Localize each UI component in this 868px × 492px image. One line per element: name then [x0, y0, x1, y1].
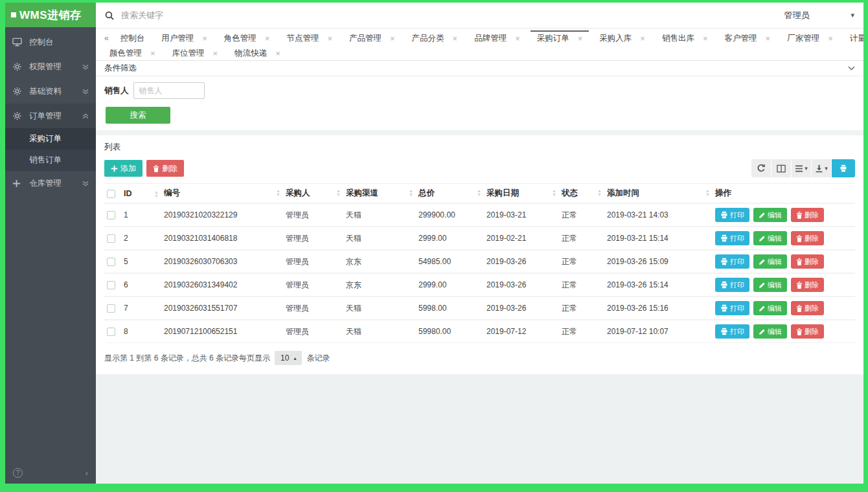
export-dropdown-button[interactable]: ▾ — [812, 159, 832, 177]
user-caret-icon[interactable]: ▾ — [851, 11, 854, 19]
tab-close-icon[interactable]: × — [213, 49, 218, 58]
tab-item[interactable]: 产品分类× — [405, 30, 464, 45]
row-delete-button[interactable]: 删除 — [791, 231, 824, 245]
row-print-button[interactable]: 打印 — [715, 231, 749, 245]
tab-item[interactable]: 颜色管理× — [103, 45, 162, 60]
tab-close-icon[interactable]: × — [265, 34, 270, 43]
tab-item[interactable]: 品牌管理× — [468, 30, 527, 45]
tab-close-icon[interactable]: × — [327, 34, 332, 43]
row-delete-button[interactable]: 删除 — [791, 301, 824, 315]
row-print-button[interactable]: 打印 — [715, 208, 749, 222]
user-menu[interactable]: 管理员 — [784, 10, 809, 21]
tab-item[interactable]: 用户管理× — [155, 30, 214, 45]
row-delete-button[interactable]: 删除 — [791, 324, 824, 339]
tab-item[interactable]: 计量单位× — [843, 30, 863, 45]
tab-item[interactable]: 控制台 — [114, 30, 152, 45]
row-checkbox[interactable] — [107, 328, 115, 336]
tabs-scroll-left-icon[interactable]: « — [101, 34, 112, 43]
sort-icon[interactable]: ▲▼ — [154, 190, 159, 198]
tab-close-icon[interactable]: × — [578, 34, 583, 43]
row-print-button[interactable]: 打印 — [715, 324, 749, 339]
sort-icon[interactable]: ▲▼ — [336, 189, 341, 197]
column-header[interactable]: 采购人▲▼ — [283, 184, 343, 204]
filter-collapse-chevron-icon[interactable] — [848, 66, 855, 71]
column-header[interactable]: 添加时间▲▼ — [604, 184, 713, 204]
column-header[interactable]: 状态▲▼ — [559, 184, 604, 204]
tab-close-icon[interactable]: × — [703, 34, 708, 43]
tab-item[interactable]: 客户管理× — [718, 30, 777, 45]
tab-close-icon[interactable]: × — [766, 34, 771, 43]
column-header[interactable]: 采购日期▲▼ — [484, 184, 559, 204]
filter-search-button[interactable]: 搜索 — [106, 107, 170, 124]
row-edit-button[interactable]: 编辑 — [753, 208, 787, 222]
row-print-button[interactable]: 打印 — [715, 278, 749, 292]
sort-icon[interactable]: ▲▼ — [276, 189, 280, 197]
page-size-select[interactable]: 10 ▴ — [275, 351, 302, 365]
tab-close-icon[interactable]: × — [390, 34, 395, 43]
tab-item[interactable]: 厂家管理× — [781, 30, 839, 45]
row-edit-button[interactable]: 编辑 — [753, 301, 787, 315]
row-delete-button[interactable]: 删除 — [791, 278, 824, 292]
row-print-button[interactable]: 打印 — [715, 301, 749, 315]
tab-item[interactable]: 采购订单× — [531, 30, 589, 45]
column-header[interactable]: 总价▲▼ — [416, 184, 484, 204]
sidebar-item-1[interactable]: 控制台 — [5, 30, 96, 54]
column-header[interactable]: 采购渠道▲▼ — [343, 184, 416, 204]
sort-icon[interactable]: ▲▼ — [477, 189, 481, 197]
toggle-view-button[interactable] — [771, 159, 792, 177]
tab-item[interactable]: 角色管理× — [218, 30, 277, 45]
row-delete-button[interactable]: 删除 — [791, 254, 824, 269]
refresh-button[interactable] — [751, 159, 771, 177]
tab-close-icon[interactable]: × — [640, 34, 645, 43]
tab-item[interactable]: 采购入库× — [593, 30, 652, 45]
row-checkbox[interactable] — [107, 258, 115, 266]
sort-icon[interactable]: ▲▼ — [409, 189, 413, 197]
sidebar-collapse-icon[interactable]: ‹ — [86, 468, 88, 478]
search-icon — [105, 11, 114, 20]
tab-close-icon[interactable]: × — [275, 49, 280, 58]
row-delete-button[interactable]: 删除 — [791, 208, 824, 222]
seller-input[interactable] — [133, 82, 205, 99]
tab-item[interactable]: 节点管理× — [280, 30, 339, 45]
select-all-checkbox[interactable] — [107, 190, 115, 198]
print-table-button[interactable] — [832, 159, 855, 177]
row-edit-button[interactable]: 编辑 — [753, 324, 787, 339]
sort-icon[interactable]: ▲▼ — [705, 189, 710, 197]
row-edit-button[interactable]: 编辑 — [753, 231, 787, 245]
sidebar-subitem[interactable]: 销售订单 — [5, 150, 96, 171]
columns-dropdown-button[interactable]: ▾ — [792, 159, 812, 177]
row-edit-button[interactable]: 编辑 — [753, 254, 787, 269]
delete-button[interactable]: 删除 — [146, 160, 184, 177]
sidebar-item-4[interactable]: 订单管理 — [5, 104, 96, 128]
sidebar-item-5[interactable]: 仓库管理 — [5, 171, 96, 196]
sidebar-item-2[interactable]: 权限管理 — [5, 54, 96, 79]
tab-label: 颜色管理 — [109, 48, 142, 59]
printer-icon — [720, 328, 728, 335]
sidebar-subitem[interactable]: 采购订单 — [5, 128, 96, 150]
sidebar-item-3[interactable]: 基础资料 — [5, 79, 96, 104]
global-search-input[interactable] — [121, 10, 328, 20]
row-edit-button[interactable]: 编辑 — [753, 278, 787, 292]
column-header[interactable]: 编号▲▼ — [161, 184, 283, 204]
tab-close-icon[interactable]: × — [515, 34, 520, 43]
help-icon[interactable]: ? — [13, 468, 23, 478]
tab-item[interactable]: 产品管理× — [343, 30, 402, 45]
row-checkbox[interactable] — [107, 281, 115, 289]
row-checkbox[interactable] — [107, 234, 115, 243]
tab-close-icon[interactable]: × — [202, 34, 207, 43]
row-checkbox[interactable] — [107, 211, 115, 219]
sort-icon[interactable]: ▲▼ — [552, 189, 556, 197]
tab-close-icon[interactable]: × — [453, 34, 458, 43]
cell-code: 20190326031349402 — [161, 273, 283, 296]
row-print-button[interactable]: 打印 — [715, 254, 749, 269]
tab-item[interactable]: 物流快递× — [228, 45, 287, 60]
sort-icon[interactable]: ▲▼ — [597, 189, 602, 197]
tab-close-icon[interactable]: × — [828, 34, 833, 43]
row-checkbox[interactable] — [107, 304, 115, 313]
column-header[interactable]: ID▲▼ — [121, 184, 161, 204]
tab-close-icon[interactable]: × — [150, 49, 155, 58]
tab-item[interactable]: 库位管理× — [166, 45, 225, 60]
add-button[interactable]: 添加 — [104, 160, 143, 177]
filter-panel-header[interactable]: 条件筛选 — [96, 61, 863, 76]
tab-item[interactable]: 销售出库× — [656, 30, 714, 45]
